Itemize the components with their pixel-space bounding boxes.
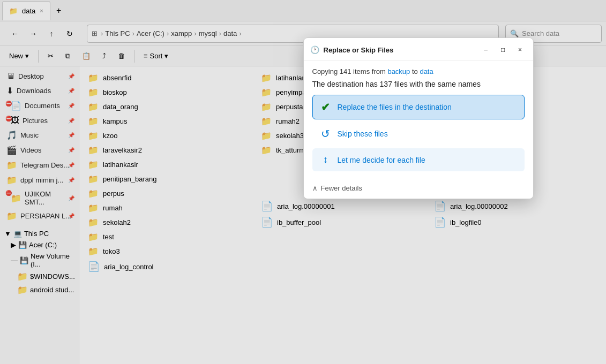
skip-label: Skip these files <box>338 130 388 138</box>
copy-info-prefix: Copying 141 items from <box>312 67 388 75</box>
replace-skip-dialog: 🕐 Replace or Skip Files – □ × Copying 14… <box>303 37 534 199</box>
fewer-details-label: Fewer details <box>321 184 362 192</box>
fewer-icon: ∧ <box>312 184 318 192</box>
dialog-overlay: 🕐 Replace or Skip Files – □ × Copying 14… <box>0 0 606 364</box>
skip-option[interactable]: ↺ Skip these files <box>312 122 525 146</box>
decide-icon: ↕ <box>319 154 332 165</box>
dialog-maximize-button[interactable]: □ <box>497 43 510 56</box>
decide-option[interactable]: ↕ Let me decide for each file <box>312 148 525 171</box>
dialog-title-bar: 🕐 Replace or Skip Files – □ × <box>304 38 533 61</box>
dialog-minimize-button[interactable]: – <box>480 43 492 56</box>
replace-option[interactable]: ✔ Replace the files in the destination <box>312 95 525 119</box>
copy-to-text: to <box>410 67 420 75</box>
dialog-copy-info: Copying 141 items from backup to data <box>312 67 525 75</box>
fewer-details-button[interactable]: ∧ Fewer details <box>304 180 533 199</box>
replace-label: Replace the files in the destination <box>338 103 452 111</box>
dialog-subtitle: The destination has 137 files with the s… <box>312 80 525 88</box>
dialog-close-button[interactable]: × <box>514 43 527 56</box>
copy-source-link[interactable]: backup <box>387 67 410 75</box>
dialog-title: Replace or Skip Files <box>324 46 475 54</box>
decide-label: Let me decide for each file <box>338 156 425 164</box>
check-icon: ✔ <box>319 101 332 113</box>
copy-dest-link[interactable]: data <box>420 67 433 75</box>
dialog-clock-icon: 🕐 <box>310 46 319 54</box>
skip-icon: ↺ <box>319 127 332 140</box>
dialog-body: Copying 141 items from backup to data Th… <box>304 61 533 180</box>
